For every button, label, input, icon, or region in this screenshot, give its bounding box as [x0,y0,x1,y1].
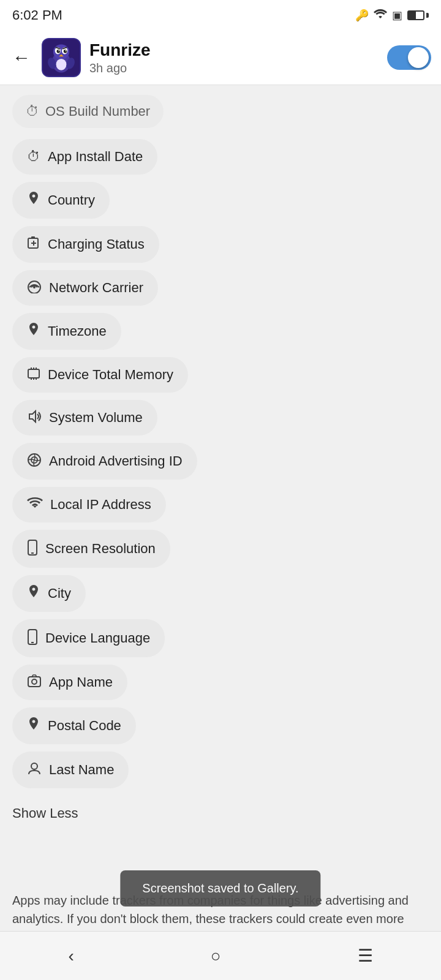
app-title: Funrize [89,40,379,60]
chip-label-system-volume: System Volume [49,410,143,426]
nav-menu-button[interactable]: ☰ [339,940,391,972]
svg-point-8 [66,50,67,51]
memory-icon [27,367,40,383]
bottom-nav: ‹ ○ ☰ [0,931,441,980]
partial-chip-label: OS Build Number [45,104,150,119]
toast-message: Screenshot saved to Gallery. [120,870,320,907]
svg-marker-37 [32,675,37,677]
app-info: Funrize 3h ago [89,40,379,75]
chip-screen-resolution[interactable]: Screen Resolution [12,530,170,568]
status-icons: 🔑 ▣ [355,9,429,23]
chip-label-network-carrier: Network Carrier [49,280,143,296]
phone-icon-language [27,629,38,647]
svg-point-38 [31,763,37,769]
location-icon-timezone [27,323,40,340]
signal-icon: ▣ [392,9,402,22]
volume-icon [27,410,42,426]
chip-label-charging-status: Charging Status [48,236,145,252]
clock-icon: ⏱ [27,150,40,164]
chip-app-install-date[interactable]: ⏱ App Install Date [12,139,157,175]
app-toggle[interactable] [387,45,431,70]
signal-bars-icon [27,280,42,296]
location-icon-postal [27,717,40,734]
chip-label-country: Country [48,192,95,208]
nav-home-button[interactable]: ○ [192,940,239,972]
chip-city[interactable]: City [12,575,86,612]
location-icon-country [27,192,40,209]
nav-back-button[interactable]: ‹ [50,940,92,972]
chip-android-advertising-id[interactable]: Android Advertising ID [12,443,197,480]
back-button[interactable]: ← [10,45,33,70]
chip-label-device-language: Device Language [45,630,150,646]
battery-icon [27,236,40,253]
battery-indicator [407,10,429,20]
chip-postal-code[interactable]: Postal Code [12,707,136,744]
chip-app-name[interactable]: App Name [12,665,127,700]
vpn-icon: 🔑 [355,9,369,22]
adid-icon [27,453,42,470]
svg-point-7 [58,50,59,51]
svg-point-14 [56,59,67,70]
chip-device-total-memory[interactable]: Device Total Memory [12,357,188,393]
chip-label-local-ip-address: Local IP Address [50,497,151,513]
user-icon [27,761,42,778]
svg-rect-21 [28,369,39,378]
chip-system-volume[interactable]: System Volume [12,400,157,435]
svg-point-6 [64,50,67,53]
partial-chip-icon: ⏱ [26,105,39,118]
chip-label-device-total-memory: Device Total Memory [48,367,173,383]
chip-charging-status[interactable]: Charging Status [12,226,159,263]
chip-label-app-name: App Name [49,674,113,690]
svg-rect-16 [31,236,35,238]
chip-last-name[interactable]: Last Name [12,752,129,788]
chip-label-app-install-date: App Install Date [48,149,143,165]
partial-chip[interactable]: ⏱ OS Build Number [12,95,164,128]
chip-label-last-name: Last Name [49,762,114,778]
content-area: ⏱ OS Build Number ⏱ App Install Date Cou… [0,85,441,881]
chip-timezone[interactable]: Timezone [12,313,121,350]
svg-point-5 [57,50,61,53]
show-less-button[interactable]: Show Less [12,803,429,824]
status-bar: 6:02 PM 🔑 ▣ [0,0,441,31]
camera-icon [27,674,42,690]
svg-rect-35 [28,677,40,687]
wifi-status-icon [374,9,387,23]
chip-network-carrier[interactable]: Network Carrier [12,270,158,306]
chips-list: ⏱ App Install Date Country Charging Stat… [12,139,429,792]
chip-label-postal-code: Postal Code [48,718,121,734]
chip-country[interactable]: Country [12,182,110,219]
phone-screen-icon [27,540,38,558]
app-last-seen: 3h ago [89,61,379,75]
chip-label-city: City [48,586,71,601]
chip-label-android-advertising-id: Android Advertising ID [49,453,183,469]
app-icon [42,38,81,77]
chip-device-language[interactable]: Device Language [12,619,165,657]
location-icon-city [27,585,40,602]
chip-label-screen-resolution: Screen Resolution [45,541,156,557]
svg-marker-28 [29,411,36,422]
chip-label-timezone: Timezone [48,323,107,339]
svg-point-36 [32,679,37,684]
status-time: 6:02 PM [12,7,62,23]
svg-point-20 [33,286,36,288]
app-header: ← Funrize 3h a [0,31,441,85]
chip-local-ip-address[interactable]: Local IP Address [12,487,166,522]
wifi-icon [27,497,43,513]
